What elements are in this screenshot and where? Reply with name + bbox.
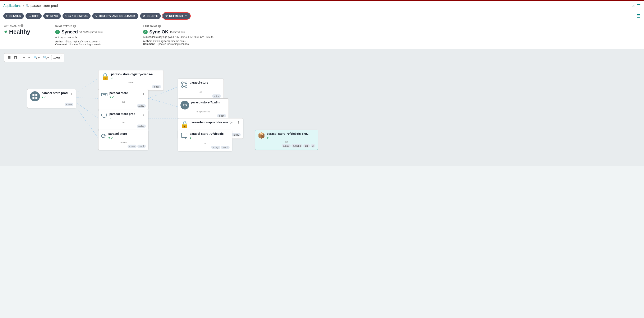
deploy-icon: ⟳ <box>101 132 107 140</box>
pod-header: 📦 parasol-store-79f6fcb5f5-5hn... ♥ ⋮ <box>258 132 315 140</box>
secret1-check-icon: ✓ <box>111 77 114 80</box>
ep-node[interactable]: parasol-store ⋮ ep a day <box>178 78 224 100</box>
sa-footer: a day <box>101 124 146 128</box>
svg-point-19 <box>182 86 183 87</box>
sync-author-value: Gitlab <gitlab@rhdemo.com> - <box>66 40 100 43</box>
top-bar: Applications / 🔍 parasol-store-prod AI ☰ <box>0 0 644 11</box>
secret1-content: parasol-store-registry-creds-a... ✓ <box>111 72 155 80</box>
rs-tag1: a day <box>211 146 220 149</box>
deploy-tag1: a day <box>128 145 136 148</box>
root-tag: a day <box>64 103 74 106</box>
secret2-content: parasol-store-prod-dockercfg-... <box>190 121 235 124</box>
sync-status-info-icon[interactable]: i <box>73 25 76 27</box>
rs-menu[interactable]: ⋮ <box>226 132 230 136</box>
pod-icon: 📦 <box>258 132 265 139</box>
sync-button[interactable]: ⟳ SYNC <box>43 13 61 19</box>
flow-diagram: parasol-store-prod ♥ ✓ ⋮ a day 🔒 parasol… <box>10 66 640 162</box>
svg-point-17 <box>182 82 183 84</box>
sync-status-icon: ℹ <box>66 14 67 17</box>
last-sync-author-label: Author: <box>143 40 152 43</box>
delete-button[interactable]: ✕ DELETE <box>140 13 161 19</box>
secret2-header: 🔒 parasol-store-prod-dockercfg-... ⋮ <box>180 121 241 128</box>
svc-content: parasol-store ♥ ✓ <box>109 91 140 99</box>
last-sync-panel: LAST SYNC i ··· ✓ Sync OK to 825c853 Suc… <box>138 24 640 46</box>
pod-heart-icon: ♥ <box>267 136 268 140</box>
sync-status-header: SYNC STATUS i ··· <box>55 24 133 28</box>
deploy-menu[interactable]: ⋮ <box>142 132 146 136</box>
secret2-icon: 🔒 <box>180 121 189 128</box>
network-topology-icon[interactable]: ☰ <box>636 13 641 19</box>
root-node[interactable]: parasol-store-prod ♥ ✓ ⋮ a day <box>27 89 76 108</box>
deploy-tag2: rev:1 <box>137 145 146 148</box>
root-node-footer: a day <box>30 103 74 106</box>
refresh-button[interactable]: ⟳ REFRESH ▼ <box>162 13 190 19</box>
secret1-node[interactable]: 🔒 parasol-store-registry-creds-a... ✓ ⋮ … <box>98 70 164 91</box>
zoom-in-button[interactable]: + <box>22 55 26 60</box>
pod-footer: a day running 1/1 2 <box>258 144 315 147</box>
history-button[interactable]: ↻ HISTORY AND ROLLBACK <box>92 13 138 19</box>
zoom-out-icon-button[interactable]: 🔍− <box>42 55 50 60</box>
breadcrumb-separator: / <box>23 4 24 8</box>
svc-status: ♥ ✓ <box>109 95 140 99</box>
root-node-title: parasol-store-prod <box>42 91 68 95</box>
endpointslice-menu[interactable]: ⋮ <box>222 101 226 105</box>
endpointslice-node[interactable]: ES parasol-store-7xw8m ⋮ endpointslice a… <box>178 98 229 120</box>
secret2-title: parasol-store-prod-dockercfg-... <box>190 121 235 124</box>
last-sync-menu-icon[interactable]: ··· <box>632 24 635 28</box>
zoom-in-icon-button[interactable]: 🔍+ <box>32 55 41 60</box>
diff-button[interactable]: ☷ DIFF <box>26 13 42 19</box>
sa-node[interactable]: 🛡 parasol-store-prod ✓ ⋮ sa a day <box>98 110 148 130</box>
deploy-footer: a day rev:1 <box>101 145 146 148</box>
zoom-out-button[interactable]: − <box>27 55 31 60</box>
ep-icon <box>180 81 188 90</box>
sync-icon: ⟳ <box>46 14 49 17</box>
synced-label: Synced <box>62 29 78 35</box>
health-status: ♥ Healthy <box>4 28 45 35</box>
svc-tag: a day <box>137 104 146 108</box>
secret1-menu[interactable]: ⋮ <box>157 72 161 76</box>
diff-icon: ☷ <box>28 14 31 17</box>
deploy-node[interactable]: ⟳ parasol-store ♥ ✓ ⋮ deploy a day rev:1 <box>98 130 148 150</box>
svc-menu[interactable]: ⋮ <box>142 91 146 95</box>
sa-menu[interactable]: ⋮ <box>142 112 146 116</box>
healthy-label: Healthy <box>9 28 30 35</box>
sync-status-menu-icon[interactable]: ··· <box>130 24 133 28</box>
svc-title: parasol-store <box>109 91 140 95</box>
root-check-icon: ✓ <box>44 95 47 99</box>
last-sync-info-icon[interactable]: i <box>158 25 161 27</box>
svc-heart-icon: ♥ <box>109 95 111 99</box>
endpointslice-tag: a day <box>217 114 226 117</box>
last-sync-comment-row: Comment: Updates for starting scenario. <box>143 43 635 45</box>
sync-status-button[interactable]: ℹ SYNC STATUS <box>62 13 91 19</box>
ep-menu[interactable]: ⋮ <box>217 81 221 85</box>
details-button[interactable]: ℹ DETAILS <box>3 13 24 19</box>
delete-icon: ✕ <box>143 14 146 17</box>
rs-node[interactable]: parasol-store-79f6fcb5f5 ♥ ⋮ rs a day re… <box>178 130 232 151</box>
endpointslice-header: ES parasol-store-7xw8m ⋮ <box>180 101 226 109</box>
endpointslice-title: parasol-store-7xw8m <box>191 101 220 104</box>
pod-node[interactable]: 📦 parasol-store-79f6fcb5f5-5hn... ♥ ⋮ po… <box>255 130 318 150</box>
secret1-footer: a day <box>101 85 161 88</box>
svg-rect-9 <box>32 94 34 96</box>
toolbar: ℹ DETAILS ☷ DIFF ⟳ SYNC ℹ SYNC STATUS ↻ … <box>0 11 644 21</box>
secret2-menu[interactable]: ⋮ <box>236 121 241 124</box>
pod-tag4: 2 <box>311 144 315 147</box>
toolbar-divider <box>20 55 20 60</box>
pod-menu[interactable]: ⋮ <box>311 132 315 136</box>
last-sync-author-row: Author: Gitlab <gitlab@rhdemo.com> - <box>143 40 635 43</box>
secret1-tag: a day <box>152 85 161 88</box>
deploy-content: parasol-store ♥ ✓ <box>108 132 140 140</box>
pod-content: parasol-store-79f6fcb5f5-5hn... ♥ <box>267 132 310 140</box>
secret1-title: parasol-store-registry-creds-a... <box>111 72 155 76</box>
search-icon: 🔍 <box>26 4 29 7</box>
svc-node[interactable]: parasol-store ♥ ✓ ⋮ svc a day <box>98 89 148 110</box>
svc-type: svc <box>101 100 146 103</box>
app-health-info-icon[interactable]: i <box>20 24 24 27</box>
sa-header: 🛡 parasol-store-prod ✓ ⋮ <box>101 112 146 120</box>
list-view-button[interactable]: ☰ <box>6 55 12 60</box>
applications-link[interactable]: Applications <box>3 4 21 8</box>
graph-view-button[interactable]: ☶ <box>13 55 18 60</box>
sa-tag: a day <box>137 124 146 128</box>
root-node-menu[interactable]: ⋮ <box>69 91 74 95</box>
last-sync-author-value: Gitlab <gitlab@rhdemo.com> - <box>153 40 188 43</box>
